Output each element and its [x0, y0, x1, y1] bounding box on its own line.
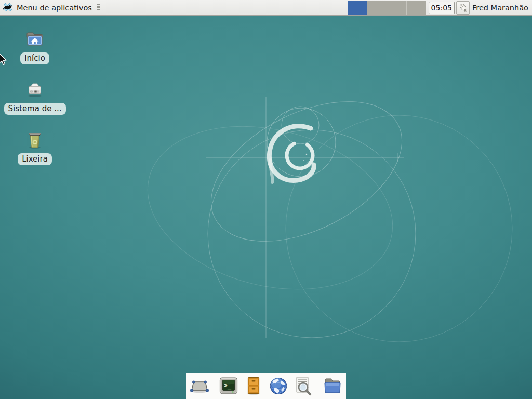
username-action-button[interactable]: Fred Maranhão	[472, 4, 528, 12]
workspace-3[interactable]	[387, 1, 407, 15]
home-folder-icon	[24, 29, 45, 50]
file-manager-launcher[interactable]	[322, 376, 343, 396]
mouse-cursor	[0, 53, 11, 66]
mouse-device-icon	[458, 3, 468, 13]
application-finder-icon	[293, 376, 314, 396]
desktop-icon-label: Sistema de ...	[4, 103, 66, 115]
file-cabinet-icon	[243, 376, 264, 396]
desktop-icon-label: Lixeira	[18, 153, 52, 165]
trash-icon: ♻	[24, 130, 45, 151]
desktop-icon-label: Início	[20, 52, 49, 64]
desktop-icon-filesystem[interactable]: Sistema de ...	[11, 79, 59, 115]
bottom-dock-panel: >_	[186, 373, 346, 399]
workspace-4[interactable]	[407, 1, 426, 15]
top-panel: Menu de aplicativos 05:05 Fred Maranhão	[0, 0, 532, 16]
workspace-switcher	[348, 1, 426, 15]
workspace-2[interactable]	[367, 1, 387, 15]
desktop-icon-list: Início Sistema de ... ♻ L	[11, 29, 59, 180]
filesystem-drive-icon	[24, 79, 45, 100]
wallpaper-debian-lines	[0, 0, 532, 399]
web-browser-icon	[268, 376, 289, 396]
application-finder-launcher[interactable]	[293, 376, 314, 396]
action-mouse-button[interactable]	[456, 1, 470, 15]
panel-clock[interactable]: 05:05	[429, 2, 455, 14]
terminal-icon: >_	[218, 376, 239, 396]
svg-text:♻: ♻	[32, 138, 38, 146]
applications-menu-label: Menu de aplicativos	[17, 4, 92, 12]
file-cabinet-launcher[interactable]	[243, 376, 264, 396]
web-browser-launcher[interactable]	[268, 376, 289, 396]
svg-text:>_: >_	[224, 382, 232, 390]
desktop-icon-trash[interactable]: ♻ Lixeira	[11, 130, 59, 165]
show-desktop-button[interactable]	[189, 376, 210, 396]
applications-menu-button[interactable]: Menu de aplicativos	[0, 0, 103, 15]
workspace-1[interactable]	[348, 1, 367, 15]
debian-swirl	[269, 126, 317, 182]
file-manager-icon	[322, 376, 343, 396]
desktop-icon-home[interactable]: Início	[11, 29, 59, 64]
xfce-menu-icon	[2, 2, 14, 14]
show-desktop-icon	[189, 376, 210, 396]
panel-grip-handle[interactable]	[97, 4, 100, 11]
terminal-launcher[interactable]: >_	[218, 376, 239, 396]
